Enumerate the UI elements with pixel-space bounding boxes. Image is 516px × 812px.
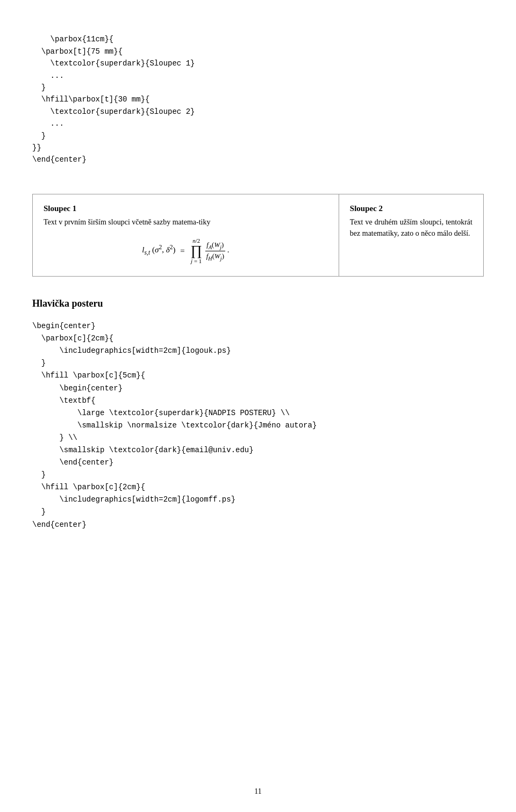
column-1: Sloupec 1 Text v prvním širším sloupci v… <box>33 194 339 276</box>
two-col-box: Sloupec 1 Text v prvním širším sloupci v… <box>32 194 484 277</box>
code-line: \parbox{11cm}{ \parbox[t]{75 mm}{ \textc… <box>32 35 195 164</box>
page-number: 11 <box>254 787 261 796</box>
code-block-2: \begin{center} \parbox[c]{2cm}{ \include… <box>32 320 484 543</box>
col1-title: Sloupec 1 <box>44 204 328 213</box>
section-heading: Hlavička posteru <box>32 298 484 309</box>
col2-text: Text ve druhém užším sloupci, tentokrát … <box>350 216 472 239</box>
col2-title: Sloupec 2 <box>350 204 472 213</box>
code-block-1: \parbox{11cm}{ \parbox[t]{75 mm}{ \textc… <box>32 21 484 178</box>
math-formula: ls,t (σ2, δ2) = n/2 ∏ j = 1 fA(Wj) fH(Wj… <box>44 237 328 264</box>
column-2: Sloupec 2 Text ve druhém užším sloupci, … <box>339 194 483 276</box>
page: \parbox{11cm}{ \parbox[t]{75 mm}{ \textc… <box>0 0 516 812</box>
code-line-2: \begin{center} \parbox[c]{2cm}{ \include… <box>32 322 317 529</box>
col1-text: Text v prvním širším sloupci včetně sazb… <box>44 216 328 228</box>
